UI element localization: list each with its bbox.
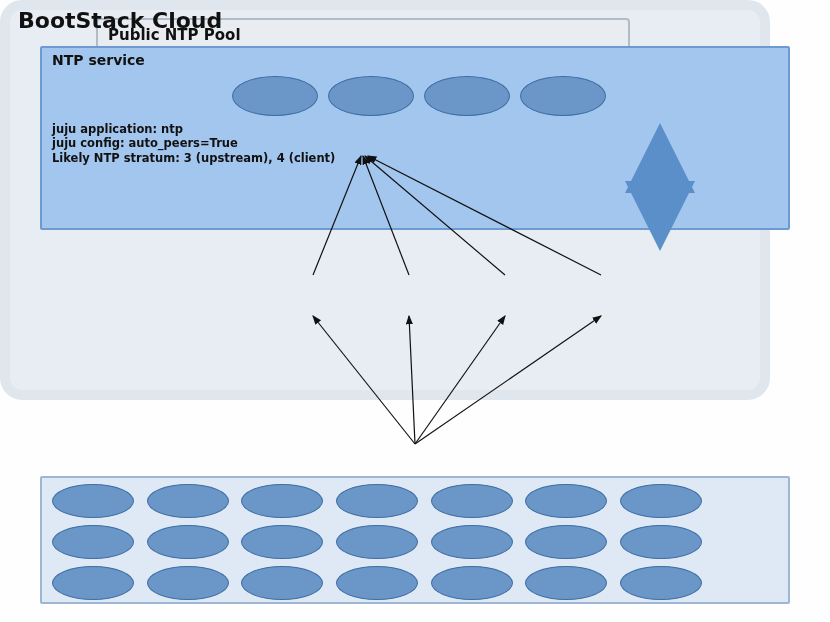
client-node — [52, 525, 134, 559]
client-node — [431, 525, 513, 559]
svc-line1: juju application: ntp — [52, 122, 335, 136]
client-node — [52, 566, 134, 600]
ntp-service-node — [328, 76, 414, 116]
ntp-service-info: juju application: ntp juju config: auto_… — [52, 122, 335, 165]
bootstack-cloud-box: BootStack Cloud NTP service juju applica… — [0, 0, 770, 400]
client-node — [147, 566, 229, 600]
ntp-service-title: NTP service — [52, 52, 145, 68]
client-node — [52, 484, 134, 518]
client-node — [336, 525, 418, 559]
client-node — [620, 525, 702, 559]
client-node — [241, 484, 323, 518]
ntp-service-node — [424, 76, 510, 116]
client-node — [620, 566, 702, 600]
client-node — [431, 566, 513, 600]
ntp-service-node — [520, 76, 606, 116]
client-node — [336, 566, 418, 600]
client-node — [147, 484, 229, 518]
bootstack-cloud-title: BootStack Cloud — [18, 8, 222, 33]
client-node — [241, 525, 323, 559]
svc-line2: juju config: auto_peers=True — [52, 136, 335, 150]
client-node — [147, 525, 229, 559]
client-node — [431, 484, 513, 518]
client-node — [525, 484, 607, 518]
ntp-service-node — [232, 76, 318, 116]
client-node — [525, 525, 607, 559]
client-node — [620, 484, 702, 518]
client-node — [525, 566, 607, 600]
client-node — [241, 566, 323, 600]
svc-line3: Likely NTP stratum: 3 (upstream), 4 (cli… — [52, 151, 335, 165]
client-node — [336, 484, 418, 518]
clients-box — [40, 476, 790, 604]
ntp-service-box: NTP service juju application: ntp juju c… — [40, 46, 790, 230]
